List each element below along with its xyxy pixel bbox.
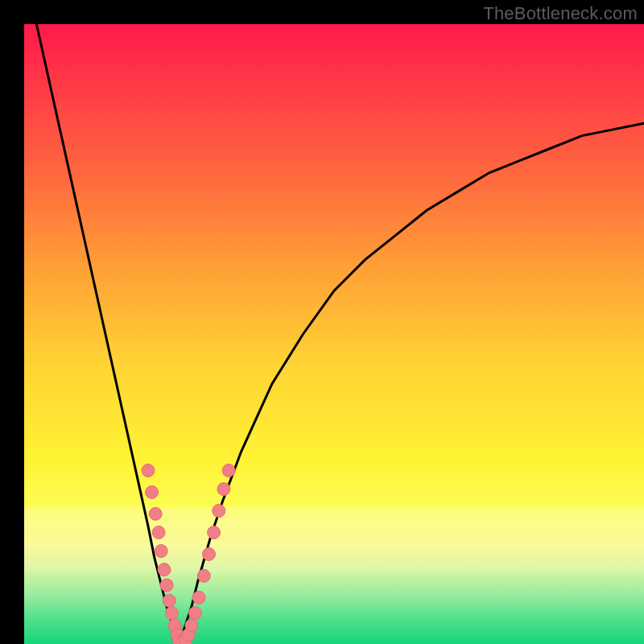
curve-right-branch	[180, 123, 645, 644]
curve-marker	[165, 607, 178, 620]
curve-marker	[155, 545, 167, 558]
curve-marker	[142, 464, 155, 477]
curve-marker	[217, 483, 230, 496]
chart-plot-area	[24, 24, 644, 644]
curve-marker	[146, 485, 159, 498]
chart-frame	[24, 24, 644, 644]
curve-marker	[208, 526, 221, 539]
curve-marker	[158, 564, 171, 576]
curve-marker	[163, 594, 175, 607]
curve-marker	[152, 526, 165, 539]
watermark-text: TheBottleneck.com	[483, 3, 638, 24]
curve-marker	[149, 507, 162, 520]
curve-marker	[203, 547, 216, 560]
curve-group	[36, 24, 644, 644]
curve-marker	[213, 505, 225, 518]
curve-marker	[197, 569, 210, 582]
curve-marker	[160, 579, 173, 592]
curve-marker	[189, 607, 202, 620]
curve-marker	[192, 591, 205, 604]
chart-svg	[24, 24, 644, 644]
curve-marker	[185, 619, 198, 632]
curve-marker	[222, 464, 235, 477]
